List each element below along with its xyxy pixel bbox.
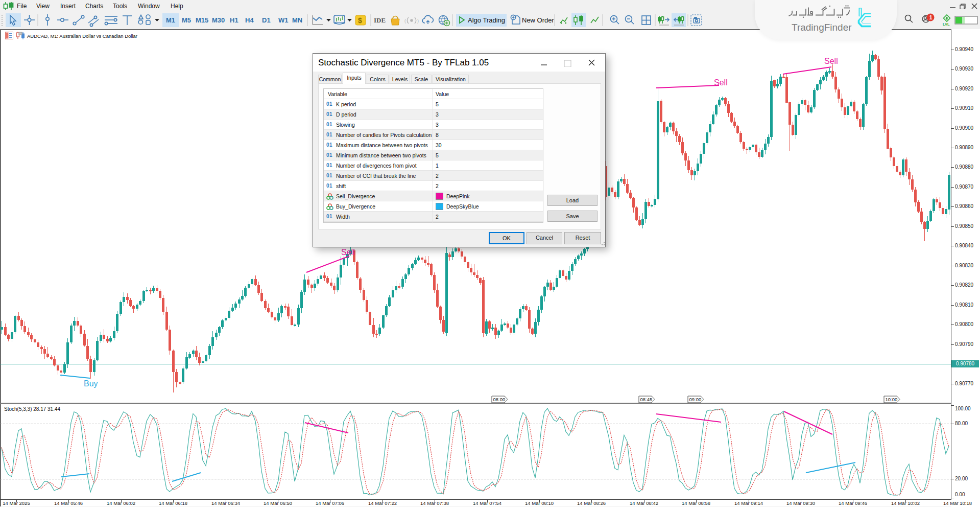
svg-text:08:00: 08:00 bbox=[493, 397, 506, 402]
svg-text:Sell: Sell bbox=[714, 78, 728, 87]
svg-text:08:45: 08:45 bbox=[640, 397, 653, 402]
svg-text:Sell: Sell bbox=[824, 57, 838, 65]
svg-text:Buy: Buy bbox=[84, 379, 98, 388]
svg-text:Sell: Sell bbox=[341, 248, 355, 257]
svg-text:IDE: IDE bbox=[374, 16, 386, 24]
svg-text:09:00: 09:00 bbox=[689, 397, 702, 402]
svg-text:$: $ bbox=[358, 16, 362, 25]
svg-text:New Order: New Order bbox=[522, 16, 555, 24]
svg-text:TradingFinder: TradingFinder bbox=[792, 22, 852, 33]
svg-text:): ) bbox=[417, 18, 419, 24]
svg-text:(: ( bbox=[404, 18, 406, 24]
svg-text:10:00: 10:00 bbox=[886, 397, 898, 402]
svg-text:Algo Trading: Algo Trading bbox=[468, 16, 505, 24]
svg-text:1: 1 bbox=[929, 14, 933, 20]
svg-text:LVL: LVL bbox=[943, 22, 950, 26]
